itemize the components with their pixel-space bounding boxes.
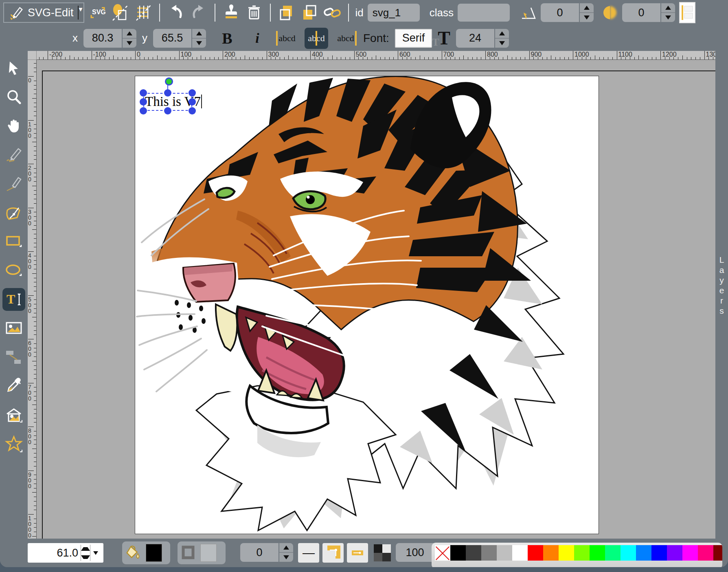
tiger-artwork[interactable] xyxy=(135,76,599,534)
palette-swatch[interactable] xyxy=(559,545,574,561)
x-up-button[interactable] xyxy=(123,29,136,38)
palette-swatch[interactable] xyxy=(590,545,605,561)
blur-up-button[interactable] xyxy=(661,3,675,12)
tool-line[interactable] xyxy=(0,169,28,198)
resize-grip-sw[interactable] xyxy=(140,107,147,114)
linejoin-button[interactable] xyxy=(322,543,344,563)
zoom-dropdown-button[interactable] xyxy=(90,551,101,555)
font-size-input[interactable] xyxy=(456,29,494,48)
italic-button[interactable]: i xyxy=(245,29,270,48)
class-label: class xyxy=(430,7,454,19)
palette-swatch[interactable] xyxy=(481,545,497,561)
linecap-button[interactable] xyxy=(347,543,368,563)
resize-grip-nw[interactable] xyxy=(140,89,147,97)
tool-image[interactable] xyxy=(0,314,28,343)
palette-swatch[interactable] xyxy=(636,545,651,561)
tool-ellipse[interactable] xyxy=(0,256,28,285)
id-input[interactable] xyxy=(368,4,420,22)
tool-text[interactable]: T xyxy=(0,285,28,314)
zoom-up-button[interactable] xyxy=(81,545,90,553)
resize-grip-n[interactable] xyxy=(164,89,171,97)
main-menu-button[interactable]: SVG-Edit ▼ xyxy=(3,2,84,23)
resize-grip-w[interactable] xyxy=(140,98,147,106)
tool-pan[interactable] xyxy=(0,111,28,140)
wireframe-mode-button[interactable] xyxy=(111,3,130,22)
class-input[interactable] xyxy=(458,4,510,22)
blur-input[interactable] xyxy=(622,3,660,22)
tool-connector[interactable] xyxy=(0,343,28,372)
resize-grip-s[interactable] xyxy=(164,107,171,114)
palette-swatch[interactable] xyxy=(698,545,713,561)
stroke-width-down-button[interactable] xyxy=(279,552,293,562)
resize-grip-ne[interactable] xyxy=(189,89,196,97)
text-anchor-start-button[interactable]: abcd xyxy=(275,28,299,49)
font-size-up-button[interactable] xyxy=(495,29,509,38)
palette-swatch[interactable] xyxy=(512,545,528,561)
palette-swatch[interactable] xyxy=(574,545,590,561)
palette-swatch[interactable] xyxy=(667,545,682,561)
clone-button[interactable] xyxy=(222,3,241,22)
zoom-value[interactable]: 61.0 xyxy=(30,547,81,559)
angle-down-button[interactable] xyxy=(580,12,594,22)
y-down-button[interactable] xyxy=(192,38,206,48)
layers-sidebar-tab[interactable]: Layers xyxy=(715,51,728,539)
stroke-width-up-button[interactable] xyxy=(279,543,293,552)
opacity-input[interactable] xyxy=(396,543,434,562)
palette-swatch[interactable] xyxy=(528,545,543,561)
position-align-icon xyxy=(681,4,694,22)
source-editor-button[interactable]: SVG xyxy=(88,3,107,22)
tool-select[interactable] xyxy=(0,53,28,82)
move-top-button[interactable] xyxy=(300,3,319,22)
stroke-width-input[interactable] xyxy=(240,543,278,562)
x-down-button[interactable] xyxy=(123,38,136,48)
stroke-style-button[interactable]: — xyxy=(298,543,319,563)
palette-swatch[interactable] xyxy=(651,545,667,561)
tool-rect[interactable] xyxy=(0,227,28,256)
text-anchor-middle-button[interactable]: abcd xyxy=(305,28,328,49)
canvas-viewport[interactable]: This is V7 xyxy=(37,60,715,539)
palette-swatch[interactable] xyxy=(497,545,512,561)
tool-shape-library[interactable] xyxy=(0,400,28,429)
main-toolbar: SVG-Edit ▼ SVG xyxy=(0,0,728,25)
tool-star[interactable] xyxy=(0,429,28,458)
position-align-button[interactable] xyxy=(679,2,695,23)
tool-zoom[interactable] xyxy=(0,82,28,111)
blur-down-button[interactable] xyxy=(661,12,675,22)
palette-swatch[interactable] xyxy=(543,545,559,561)
text-anchor-end-button[interactable]: abcd xyxy=(334,28,357,49)
tool-pencil[interactable] xyxy=(0,140,28,169)
palette-swatch[interactable] xyxy=(605,545,621,561)
grid-toggle-button[interactable] xyxy=(134,3,153,22)
palette-swatch[interactable] xyxy=(450,545,466,561)
tool-eyedropper[interactable] xyxy=(0,372,28,400)
workarea-border-left xyxy=(42,70,43,539)
tool-path[interactable] xyxy=(0,198,28,227)
rotate-grip[interactable] xyxy=(165,77,173,86)
y-input[interactable] xyxy=(153,29,191,48)
make-link-button[interactable] xyxy=(323,3,342,22)
x-input[interactable] xyxy=(83,29,122,48)
palette-swatch[interactable] xyxy=(621,545,636,561)
font-size-down-button[interactable] xyxy=(495,38,509,48)
redo-button[interactable] xyxy=(189,3,208,22)
palette-swatch[interactable] xyxy=(682,545,698,561)
pan-hand-icon xyxy=(6,118,22,134)
palette-swatch-none[interactable] xyxy=(435,545,450,561)
bold-button[interactable]: B xyxy=(215,29,239,48)
font-family-button[interactable]: Serif xyxy=(395,29,432,48)
y-up-button[interactable] xyxy=(192,29,206,38)
fill-color-swatch[interactable] xyxy=(146,544,162,562)
move-bottom-button[interactable] xyxy=(277,3,296,22)
zoom-down-button[interactable] xyxy=(81,553,90,561)
text-caret xyxy=(201,95,202,108)
canvas-page[interactable]: This is V7 xyxy=(135,76,599,534)
palette-swatch[interactable] xyxy=(713,545,722,561)
palette-swatch[interactable] xyxy=(466,545,481,561)
resize-grip-se[interactable] xyxy=(189,107,196,114)
undo-button[interactable] xyxy=(167,3,185,22)
stroke-color-swatch[interactable] xyxy=(200,544,217,562)
delete-button[interactable] xyxy=(245,3,263,22)
resize-grip-e[interactable] xyxy=(189,98,196,106)
angle-input[interactable] xyxy=(541,3,579,22)
angle-up-button[interactable] xyxy=(580,3,594,12)
